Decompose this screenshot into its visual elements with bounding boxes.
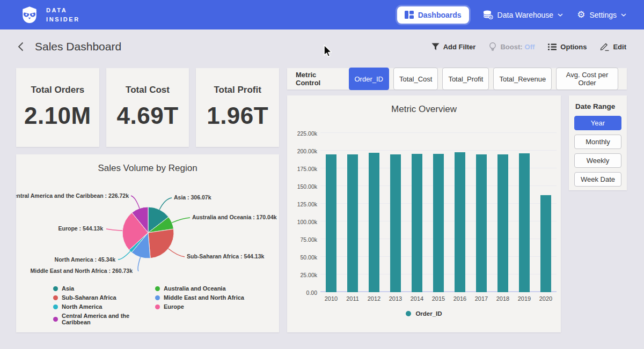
bar-2012[interactable] (369, 153, 379, 292)
y-axis-tick: 200.00k (289, 148, 317, 154)
legend-item-asia[interactable]: Asia (53, 285, 155, 292)
legend-dot (53, 317, 58, 322)
edit-button[interactable]: Edit (600, 42, 626, 51)
owl-logo-icon (19, 5, 40, 25)
pie-label-leader (159, 198, 172, 210)
nav-dashboards-label: Dashboards (418, 11, 462, 19)
back-button[interactable] (18, 42, 24, 51)
y-axis-tick: 125.00k (289, 201, 317, 207)
add-filter-button[interactable]: Add Filter (431, 43, 476, 51)
legend-item-central-america-and-the-caribbean[interactable]: Central America and the Caribbean (53, 313, 155, 325)
brand-line2: INSIDER (46, 15, 80, 24)
chart-row: Metric Overview 0.0025.00k50.00k75.00k10… (287, 95, 627, 332)
bar-column (492, 126, 514, 292)
pie-slice-label: Middle East and North Africa : 260.73k (31, 268, 133, 274)
date-range-monthly[interactable]: Monthly (574, 135, 621, 149)
pie-slice-label: Europe : 544.13k (58, 225, 104, 232)
date-range-weekly[interactable]: Weekly (574, 153, 621, 168)
bar-2014[interactable] (412, 154, 422, 292)
bar-2013[interactable] (390, 154, 401, 292)
bar-2010[interactable] (326, 154, 336, 292)
bar-2015[interactable] (433, 154, 444, 292)
bar-column (363, 126, 385, 292)
y-axis-tick: 225.00k (289, 130, 317, 137)
x-axis-label: 2017 (471, 295, 492, 302)
y-axis-tick: 75.00k (289, 236, 317, 243)
kpi-value: 4.69T (117, 102, 179, 129)
bar-column (428, 126, 449, 292)
navbar-menu: Dashboards Data Warehouse ⚙ Settings (397, 6, 626, 24)
bar-chart-x-axis: 2010201120122013201420152016201720182019… (320, 295, 557, 302)
x-axis-label: 2014 (406, 295, 428, 302)
pie-slice-sub-saharan-africa[interactable] (148, 229, 174, 258)
x-axis-label: 2019 (514, 295, 535, 302)
pie-slice-label: North America : 45.34k (55, 256, 116, 263)
bar-2020[interactable] (540, 195, 551, 292)
pie-slice-label: Sub-Saharan Africa : 544.13k (187, 253, 264, 259)
metric-chip-order-id[interactable]: Order_ID (349, 68, 389, 90)
date-range-week-date[interactable]: Week Date (574, 172, 621, 187)
legend-dot (155, 305, 160, 309)
dashboard-body: Total Orders2.10MTotal Cost4.69TTotal Pr… (0, 64, 644, 332)
bar-column (320, 126, 342, 292)
gear-icon: ⚙ (577, 10, 585, 19)
date-range-year[interactable]: Year (574, 116, 621, 130)
y-axis-tick: 100.00k (289, 219, 317, 225)
x-axis-label: 2015 (428, 295, 449, 302)
legend-dot (155, 295, 160, 300)
pie-slice-label: Asia : 306.07k (174, 194, 211, 201)
date-range-label: Date Range (575, 102, 621, 110)
pie-chart: Asia : 306.07kAustralia and Oceania : 17… (16, 172, 279, 285)
bar-chart-legend[interactable]: Order_ID (287, 310, 561, 317)
kpi-label: Total Cost (126, 85, 170, 95)
y-axis-tick: 175.00k (289, 166, 317, 172)
boost-value: Off (525, 43, 535, 51)
legend-item-label: Asia (62, 285, 74, 292)
y-axis-tick: 150.00k (289, 183, 317, 190)
bar-column (406, 126, 428, 292)
bar-2019[interactable] (519, 153, 530, 292)
legend-item-middle-east-and-north-africa[interactable]: Middle East and North Africa (155, 294, 244, 301)
bar-2018[interactable] (497, 154, 508, 292)
bar-column (471, 126, 492, 292)
legend-item-sub-saharan-africa[interactable]: Sub-Saharan Africa (53, 294, 155, 301)
bar-2011[interactable] (347, 154, 358, 292)
nav-dashboards-button[interactable]: Dashboards (397, 6, 469, 24)
kpi-value: 1.96T (207, 102, 268, 129)
legend-item-north-america[interactable]: North America (53, 303, 155, 310)
y-axis-tick: 0.00 (289, 289, 317, 296)
bar-series (320, 126, 557, 292)
bar-chart-plot: 0.0025.00k50.00k75.00k100.00k125.00k150.… (320, 126, 557, 292)
nav-settings-label: Settings (589, 11, 617, 19)
metric-chip-total-profit[interactable]: Total_Profit (442, 68, 489, 90)
chevron-down-icon (558, 13, 563, 17)
brand-name: DATA INSIDER (46, 6, 80, 24)
kpi-row: Total Orders2.10MTotal Cost4.69TTotal Pr… (16, 68, 279, 147)
pie-label-leader (172, 218, 190, 222)
kpi-label: Total Profit (214, 85, 261, 95)
bar-2016[interactable] (455, 152, 465, 292)
x-axis-label: 2010 (320, 295, 342, 302)
legend-item-europe[interactable]: Europe (155, 303, 244, 310)
kpi-label: Total Orders (31, 85, 84, 95)
metric-chip-total-cost[interactable]: Total_Cost (393, 68, 438, 90)
nav-data-warehouse[interactable]: Data Warehouse (483, 10, 564, 19)
pie-legend: AsiaSub-Saharan AfricaNorth AmericaCentr… (53, 285, 244, 325)
header-actions: Add Filter Boost: Off Options Ed (431, 42, 626, 51)
brand-logo[interactable]: DATA INSIDER (19, 5, 80, 25)
options-button[interactable]: Options (548, 43, 587, 51)
page-header: Sales Dashboard Add Filter Boost: Off Op… (0, 29, 644, 64)
metric-chip-total-revenue[interactable]: Total_Revenue (493, 68, 552, 90)
bar-2017[interactable] (476, 154, 487, 292)
legend-dot (53, 295, 58, 300)
boost-toggle[interactable]: Boost: Off (489, 42, 535, 51)
legend-item-australia-and-oceania[interactable]: Australia and Oceania (155, 285, 244, 292)
nav-settings[interactable]: ⚙ Settings (577, 10, 626, 19)
options-list-icon (548, 43, 557, 50)
metric-buttons: Order_IDTotal_CostTotal_ProfitTotal_Reve… (349, 68, 619, 90)
metric-control-bar: Metric Control Order_IDTotal_CostTotal_P… (287, 68, 627, 90)
pie-chart-title: Sales Volume by Region (16, 154, 279, 174)
x-axis-label: 2012 (363, 295, 385, 302)
x-axis-label: 2013 (385, 295, 406, 302)
metric-chip-avg-cost-per-order[interactable]: Avg. Cost per Order (556, 68, 618, 90)
